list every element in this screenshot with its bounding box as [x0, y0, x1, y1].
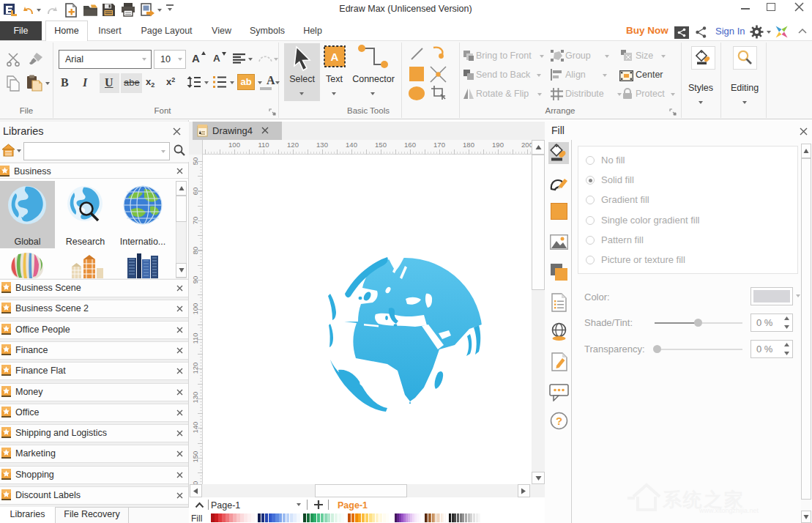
svg-text:A: A — [331, 51, 339, 63]
svg-text:?: ? — [556, 415, 562, 427]
